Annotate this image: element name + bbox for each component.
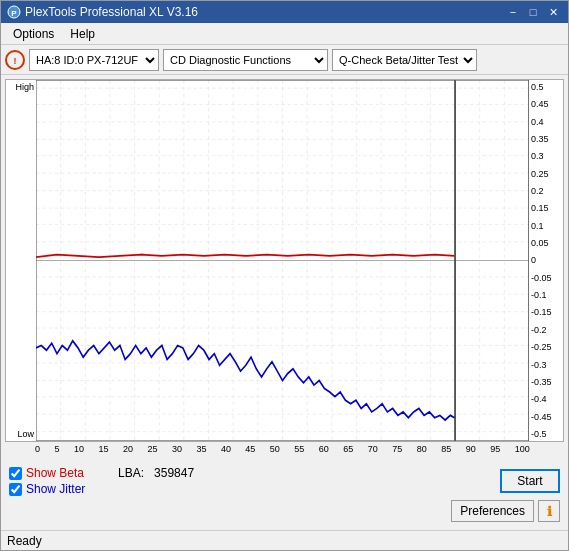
svg-text:P: P xyxy=(11,9,17,18)
toolbar: ! HA:8 ID:0 PX-712UF CD Diagnostic Funct… xyxy=(1,45,568,75)
chart-inner xyxy=(36,80,529,441)
y-right-neg0.15: -0.15 xyxy=(531,307,561,317)
x-label-30: 30 xyxy=(172,444,182,458)
bottom-row: Show Beta LBA: 359847 Show Jitter Start xyxy=(9,466,560,496)
y-right-0.4: 0.4 xyxy=(531,117,561,127)
x-label-75: 75 xyxy=(392,444,402,458)
main-window: P PlexTools Professional XL V3.16 − □ ✕ … xyxy=(0,0,569,551)
show-beta-row: Show Beta LBA: 359847 xyxy=(9,466,194,480)
maximize-button[interactable]: □ xyxy=(524,4,542,20)
info-button[interactable]: ℹ xyxy=(538,500,560,522)
x-label-15: 15 xyxy=(98,444,108,458)
device-icon: ! xyxy=(5,50,25,70)
show-beta-label: Show Beta xyxy=(26,466,84,480)
function-select[interactable]: CD Diagnostic Functions xyxy=(163,49,328,71)
x-label-45: 45 xyxy=(245,444,255,458)
chart-area: High Low xyxy=(5,79,564,442)
y-right-0.1: 0.1 xyxy=(531,221,561,231)
y-right-0.45: 0.45 xyxy=(531,99,561,109)
app-icon: P xyxy=(7,5,21,19)
x-label-85: 85 xyxy=(441,444,451,458)
x-label-10: 10 xyxy=(74,444,84,458)
device-select[interactable]: HA:8 ID:0 PX-712UF xyxy=(29,49,159,71)
lba-label: LBA: xyxy=(118,466,144,480)
checkboxes: Show Beta LBA: 359847 Show Jitter xyxy=(9,466,194,496)
y-right-0.5: 0.5 xyxy=(531,82,561,92)
x-label-50: 50 xyxy=(270,444,280,458)
status-text: Ready xyxy=(7,534,42,548)
y-label-high: High xyxy=(15,82,34,92)
y-right-0.3: 0.3 xyxy=(531,151,561,161)
y-right-0.15: 0.15 xyxy=(531,203,561,213)
bottom-panel: Show Beta LBA: 359847 Show Jitter Start … xyxy=(5,460,564,526)
window-title: PlexTools Professional XL V3.16 xyxy=(25,5,198,19)
title-bar: P PlexTools Professional XL V3.16 − □ ✕ xyxy=(1,1,568,23)
title-bar-left: P PlexTools Professional XL V3.16 xyxy=(7,5,198,19)
x-label-60: 60 xyxy=(319,444,329,458)
x-label-25: 25 xyxy=(147,444,157,458)
x-label-90: 90 xyxy=(466,444,476,458)
x-label-5: 5 xyxy=(54,444,59,458)
y-right-0.2: 0.2 xyxy=(531,186,561,196)
preferences-button[interactable]: Preferences xyxy=(451,500,534,522)
x-label-95: 95 xyxy=(490,444,500,458)
info-icon: ℹ xyxy=(547,504,552,519)
test-select[interactable]: Q-Check Beta/Jitter Test xyxy=(332,49,477,71)
y-right-neg0.2: -0.2 xyxy=(531,325,561,335)
y-right-0.05: 0.05 xyxy=(531,238,561,248)
y-right-neg0.5: -0.5 xyxy=(531,429,561,439)
y-axis-right: 0.5 0.45 0.4 0.35 0.3 0.25 0.2 0.15 0.1 … xyxy=(529,80,563,441)
chart-svg xyxy=(36,80,529,441)
y-right-neg0.1: -0.1 xyxy=(531,290,561,300)
y-right-neg0.05: -0.05 xyxy=(531,273,561,283)
x-label-35: 35 xyxy=(196,444,206,458)
show-jitter-row: Show Jitter xyxy=(9,482,194,496)
show-jitter-label: Show Jitter xyxy=(26,482,85,496)
y-right-neg0.4: -0.4 xyxy=(531,394,561,404)
x-label-20: 20 xyxy=(123,444,133,458)
status-bar: Ready xyxy=(1,530,568,550)
y-right-0.35: 0.35 xyxy=(531,134,561,144)
y-right-neg0.35: -0.35 xyxy=(531,377,561,387)
close-button[interactable]: ✕ xyxy=(544,4,562,20)
menu-help[interactable]: Help xyxy=(62,25,103,43)
start-button[interactable]: Start xyxy=(500,469,560,493)
x-label-70: 70 xyxy=(368,444,378,458)
x-label-55: 55 xyxy=(294,444,304,458)
menu-options[interactable]: Options xyxy=(5,25,62,43)
show-jitter-checkbox[interactable] xyxy=(9,483,22,496)
y-right-0: 0 xyxy=(531,255,561,265)
menu-bar: Options Help xyxy=(1,23,568,45)
title-bar-controls: − □ ✕ xyxy=(504,4,562,20)
minimize-button[interactable]: − xyxy=(504,4,522,20)
x-label-0: 0 xyxy=(35,444,40,458)
y-right-neg0.25: -0.25 xyxy=(531,342,561,352)
y-right-0.25: 0.25 xyxy=(531,169,561,179)
x-label-100: 100 xyxy=(515,444,530,458)
y-label-low: Low xyxy=(17,429,34,439)
main-content: High Low xyxy=(1,75,568,530)
x-label-80: 80 xyxy=(417,444,427,458)
lba-value: 359847 xyxy=(154,466,194,480)
prefs-area: Preferences ℹ xyxy=(9,500,560,522)
svg-text:!: ! xyxy=(14,56,17,66)
show-beta-checkbox[interactable] xyxy=(9,467,22,480)
y-right-neg0.3: -0.3 xyxy=(531,360,561,370)
y-right-neg0.45: -0.45 xyxy=(531,412,561,422)
x-label-40: 40 xyxy=(221,444,231,458)
x-axis: 0 5 10 15 20 25 30 35 40 45 50 55 60 65 … xyxy=(35,442,530,460)
y-axis-left: High Low xyxy=(6,80,36,441)
x-label-65: 65 xyxy=(343,444,353,458)
